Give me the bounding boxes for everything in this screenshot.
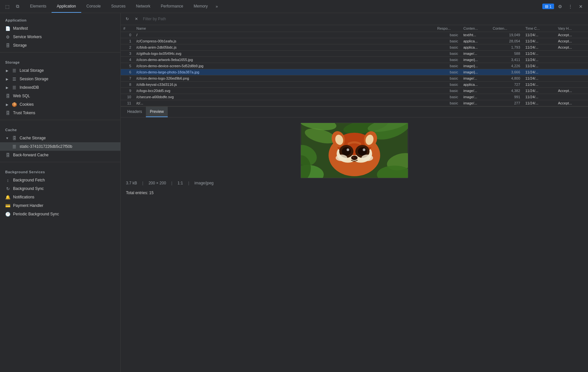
table-row[interactable]: 10 /c/secure-a66bbdfe.svg basic image/..… — [121, 94, 588, 100]
col-header-resp[interactable]: Respo... — [435, 25, 461, 32]
cursor-icon[interactable]: ⬚ — [3, 2, 12, 11]
cell-vary — [555, 82, 588, 88]
table-row[interactable]: 1 /c/Compress-00b1eafa.js basic applica.… — [121, 38, 588, 44]
cell-vary: Accept... — [555, 38, 588, 44]
sidebar-item-web-sql[interactable]: 🗄 Web SQL — [0, 92, 120, 100]
clear-button[interactable]: ✕ — [132, 15, 140, 23]
sidebar-item-indexeddb-label: IndexedDB — [20, 85, 39, 90]
svg-point-16 — [342, 147, 351, 156]
cell-cont2: 277 — [490, 100, 523, 106]
tab-application[interactable]: Application — [52, 0, 81, 13]
sidebar-item-cookies[interactable]: ▶ 🍪 Cookies — [0, 100, 120, 109]
sidebar-item-indexeddb[interactable]: ▶ ☰ IndexedDB — [0, 83, 120, 92]
table-row[interactable]: 0 / basic text/ht... 19,049 11/24/... Ac… — [121, 32, 588, 38]
cell-hash: 8 — [121, 82, 134, 88]
sidebar-item-web-sql-label: Web SQL — [13, 94, 30, 98]
cell-time: 11/24/... — [523, 75, 555, 82]
tab-more[interactable]: » — [213, 4, 221, 9]
settings-icon[interactable]: ⚙ — [555, 2, 565, 11]
tab-network[interactable]: Network — [131, 0, 156, 13]
img-meta-sep-3: | — [188, 181, 189, 185]
cell-vary — [555, 94, 588, 100]
svg-point-17 — [358, 147, 367, 156]
col-header-cont1[interactable]: Conten... — [461, 25, 490, 32]
img-meta-sep-2: | — [171, 181, 172, 185]
col-header-cont2[interactable]: Conten... — [490, 25, 523, 32]
cell-hash: 1 — [121, 38, 134, 44]
refresh-button[interactable]: ↻ — [123, 15, 131, 23]
sidebar-item-service-workers-label: Service Workers — [13, 35, 42, 39]
sidebar-divider-3 — [0, 162, 120, 162]
console-icon: ▤ — [545, 4, 548, 8]
cell-cont1: image/j... — [461, 69, 490, 75]
cell-time: 11/24/... — [523, 38, 555, 44]
table-row[interactable]: 4 /c/icon-demo-artwork-9eba1655.jpg basi… — [121, 57, 588, 63]
sidebar-item-service-workers[interactable]: ⚙ Service Workers — [0, 33, 120, 41]
tab-headers[interactable]: Headers — [123, 107, 146, 117]
more-icon[interactable]: ⋮ — [566, 2, 575, 11]
sidebar-item-trust-tokens[interactable]: 🗄 Trust Tokens — [0, 109, 120, 117]
tab-console[interactable]: Console — [81, 0, 106, 13]
expand-arrow-indexeddb: ▶ — [5, 85, 9, 89]
close-icon[interactable]: ✕ — [576, 2, 585, 11]
sidebar-item-bg-fetch[interactable]: ↕ Background Fetch — [0, 176, 120, 184]
sidebar-item-periodic-bg-sync-label: Periodic Background Sync — [13, 212, 59, 216]
sidebar-item-manifest[interactable]: 📄 Manifest — [0, 24, 120, 33]
table-row[interactable]: 11 /c/... basic image/... 277 11/24/... … — [121, 100, 588, 106]
table-row[interactable]: 2 /c/blob-anim-2db05bdc.js basic applica… — [121, 44, 588, 51]
sidebar-item-cache-storage-entry[interactable]: ☰ static-3741017226db5c27f50b — [0, 142, 120, 151]
sidebar-item-bg-sync[interactable]: ↻ Background Sync — [0, 184, 120, 193]
cell-cont1: applica... — [461, 44, 490, 51]
cell-cont1: text/ht... — [461, 32, 490, 38]
tab-sources[interactable]: Sources — [106, 0, 131, 13]
cell-hash: 7 — [121, 75, 134, 82]
cell-resp: basic — [435, 57, 461, 63]
sidebar-item-periodic-bg-sync[interactable]: 🕐 Periodic Background Sync — [0, 210, 120, 218]
cell-resp: basic — [435, 75, 461, 82]
indexeddb-icon: ☰ — [12, 85, 17, 90]
cell-hash: 9 — [121, 88, 134, 94]
sidebar-item-session-storage[interactable]: ▶ ☰ Session Storage — [0, 75, 120, 83]
sidebar-item-cache-storage-label: Cache Storage — [20, 136, 46, 140]
tab-elements[interactable]: Elements — [25, 0, 52, 13]
cell-cont2: 4,226 — [490, 63, 523, 69]
tab-memory[interactable]: Memory — [189, 0, 213, 13]
cell-resp: basic — [435, 94, 461, 100]
table-row[interactable]: 3 /c/github-logo-bc05494c.svg basic imag… — [121, 51, 588, 57]
table-row[interactable]: 5 /c/icon-demo-device-screen-5d52d8b9.jp… — [121, 63, 588, 69]
sidebar-item-cache-storage[interactable]: ▼ 🗄 Cache Storage — [0, 134, 120, 142]
cell-vary: Accept... — [555, 44, 588, 51]
cell-cont2: 4,800 — [490, 75, 523, 82]
cache-table: # Name Respo... Conten... Conten... Time… — [121, 25, 588, 106]
cell-vary: Accept... — [555, 88, 588, 94]
filter-input[interactable] — [142, 16, 585, 22]
cell-cont1: image/j... — [461, 63, 490, 69]
cell-cont2: 19,049 — [490, 32, 523, 38]
table-row[interactable]: 7 /c/icon-demo-logo-326ed9b6.png basic i… — [121, 75, 588, 82]
device-icon[interactable]: ⧉ — [13, 2, 22, 11]
col-header-vary[interactable]: Vary H... — [555, 25, 588, 32]
sidebar-item-storage-app[interactable]: 🗄 Storage — [0, 41, 120, 50]
col-header-name[interactable]: Name — [134, 25, 435, 32]
service-workers-icon: ⚙ — [5, 34, 10, 39]
tab-preview[interactable]: Preview — [146, 107, 168, 117]
console-badge[interactable]: ▤ 1 — [542, 4, 554, 9]
sidebar-item-payment-handler-label: Payment Handler — [13, 203, 43, 208]
sidebar-item-cache-storage-entry-label: static-3741017226db5c27f50b — [20, 144, 72, 149]
tab-performance[interactable]: Performance — [156, 0, 189, 13]
sidebar-item-notifications[interactable]: 🔔 Notifications — [0, 193, 120, 201]
table-row[interactable]: 8 /c/idb-keyval-c33d3116.js basic applic… — [121, 82, 588, 88]
img-meta-sep-1: | — [142, 181, 143, 185]
table-row[interactable]: 6 /c/icon-demo-large-photo-18da387a.jpg … — [121, 69, 588, 75]
sidebar-item-back-forward-cache[interactable]: 🗄 Back-forward Cache — [0, 151, 120, 159]
cell-vary — [555, 57, 588, 63]
cell-cont2: 727 — [490, 82, 523, 88]
sidebar-item-payment-handler[interactable]: 💳 Payment Handler — [0, 201, 120, 210]
sidebar-item-local-storage[interactable]: ▶ ☰ Local Storage — [0, 66, 120, 75]
table-row[interactable]: 9 /c/logo-bcc20dd5.svg basic image/... 4… — [121, 88, 588, 94]
preview-image — [301, 123, 408, 178]
img-type: image/jpeg — [194, 181, 214, 185]
cell-resp: basic — [435, 100, 461, 106]
col-header-time[interactable]: Time C... — [523, 25, 555, 32]
svg-point-21 — [352, 157, 354, 158]
